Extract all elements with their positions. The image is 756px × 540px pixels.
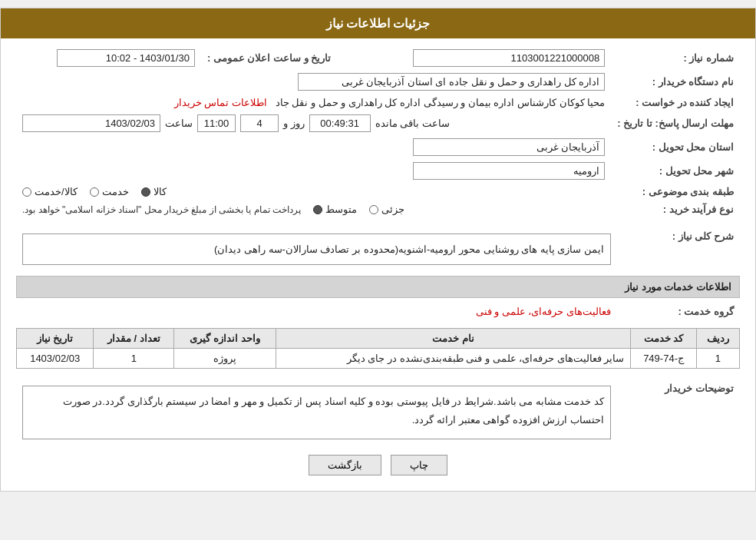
delivery-city-label: شهر محل تحویل : — [611, 159, 740, 183]
purchase-type-radio-2 — [313, 205, 322, 214]
countdown-suffix: ساعت باقی مانده — [375, 118, 450, 129]
days-label: روز و — [283, 118, 305, 129]
need-number-field: 1103001221000008 — [413, 49, 605, 67]
category-option-3[interactable]: کالا — [141, 186, 167, 197]
category-label: طبقه بندی موضوعی : — [611, 183, 740, 200]
purchase-type-value: پرداخت تمام یا بخشی از مبلغ خریدار محل "… — [16, 200, 611, 218]
deadline-date-field: 1403/02/03 — [22, 114, 160, 132]
creator-row: ایجاد کننده در خواست : محیا کوکان کارشنا… — [16, 94, 740, 111]
service-group-label: گروه خدمت : — [617, 303, 740, 320]
print-button[interactable]: چاپ — [391, 455, 447, 475]
need-number-row: شماره نیاز : 1103001221000008 تاریخ و سا… — [16, 46, 740, 70]
delivery-city-row: شهر محل تحویل : ارومیه — [16, 159, 740, 183]
buyer-notes-value: کد خدمت مشابه می باشد.شرایط در فایل پیوس… — [16, 378, 617, 442]
deadline-time-field: 11:00 — [197, 114, 236, 132]
col-need-date: تاریخ نیاز — [17, 329, 94, 349]
need-number-value: 1103001221000008 — [360, 46, 611, 70]
table-row: 1 ج-74-749 سایر فعالیت‌های حرفه‌ای، علمی… — [17, 349, 740, 369]
deadline-days-field: 4 — [240, 114, 279, 132]
delivery-city-value: ارومیه — [16, 159, 611, 183]
category-option-1-label: کالا/خدمت — [35, 186, 78, 197]
buyer-notes-table: توضیحات خریدار کد خدمت مشابه می باشد.شرا… — [16, 378, 740, 442]
creator-value: محیا کوکان کارشناس اداره بیمان و رسیدگی … — [16, 94, 611, 111]
cell-need-date: 1403/02/03 — [17, 349, 94, 369]
service-info-title: اطلاعات خدمات مورد نیاز — [16, 276, 740, 298]
category-option-1[interactable]: کالا/خدمت — [22, 186, 78, 197]
general-desc-table: شرح کلی نیاز : ایمن سازی پایه های روشنای… — [16, 226, 740, 268]
need-number-label: شماره نیاز : — [611, 46, 740, 70]
category-row: طبقه بندی موضوعی : کالا/خدمت خدمت کالا — [16, 183, 740, 200]
cell-service-name: سایر فعالیت‌های حرفه‌ای، علمی و فنی طبقه… — [276, 349, 631, 369]
creator-contact-link[interactable]: اطلاعات تماس خریدار — [174, 97, 267, 108]
services-table: ردیف کد خدمت نام خدمت واحد اندازه گیری ت… — [16, 328, 740, 369]
cell-quantity: 1 — [94, 349, 174, 369]
service-group-value: فعالیت‌های حرفه‌ای، علمی و فنی — [16, 303, 617, 320]
announce-time-value: 1403/01/30 - 10:02 — [16, 46, 201, 70]
buyer-org-row: نام دستگاه خریدار : اداره کل راهداری و ح… — [16, 70, 740, 94]
buyer-notes-row: توضیحات خریدار کد خدمت مشابه می باشد.شرا… — [16, 378, 740, 442]
delivery-province-row: استان محل تحویل : آذربایجان غربی — [16, 135, 740, 159]
general-desc-box: ایمن سازی پایه های روشنایی محور ارومیه-ا… — [22, 234, 611, 265]
cell-row-num: 1 — [696, 349, 739, 369]
deadline-row: مهلت ارسال پاسخ: تا تاریخ : 1403/02/03 س… — [16, 111, 740, 135]
service-group-row: گروه خدمت : فعالیت‌های حرفه‌ای، علمی و ف… — [16, 303, 740, 320]
purchase-type-label: نوع فرآیند خرید : — [611, 200, 740, 218]
page-wrapper: جزئیات اطلاعات نیاز شماره نیاز : 1103001… — [0, 8, 756, 492]
service-group-table: گروه خدمت : فعالیت‌های حرفه‌ای، علمی و ف… — [16, 303, 740, 320]
purchase-type-option-2-label: متوسط — [325, 204, 357, 215]
category-option-3-label: کالا — [154, 186, 167, 197]
purchase-type-option-1[interactable]: جزئی — [369, 204, 404, 215]
general-desc-value: ایمن سازی پایه های روشنایی محور ارومیه-ا… — [16, 226, 617, 268]
category-option-2-label: خدمت — [102, 186, 129, 197]
purchase-type-radio-1 — [369, 205, 378, 214]
info-table: شماره نیاز : 1103001221000008 تاریخ و سا… — [16, 46, 740, 218]
delivery-city-field: ارومیه — [413, 162, 605, 180]
general-desc-label: شرح کلی نیاز : — [617, 226, 740, 268]
content-area: شماره نیاز : 1103001221000008 تاریخ و سا… — [1, 38, 755, 491]
general-desc-row: شرح کلی نیاز : ایمن سازی پایه های روشنای… — [16, 226, 740, 268]
deadline-label: مهلت ارسال پاسخ: تا تاریخ : — [611, 111, 740, 135]
purchase-type-option-2[interactable]: متوسط — [313, 204, 357, 215]
buyer-org-value: اداره کل راهداری و حمل و نقل جاده ای است… — [16, 70, 611, 94]
table-header-row: ردیف کد خدمت نام خدمت واحد اندازه گیری ت… — [17, 329, 740, 349]
back-button[interactable]: بازگشت — [309, 455, 381, 475]
category-value: کالا/خدمت خدمت کالا — [16, 183, 611, 200]
announce-time-label: تاریخ و ساعت اعلان عمومی : — [201, 46, 337, 70]
purchase-type-option-1-label: جزئی — [381, 204, 404, 215]
delivery-province-field: آذربایجان غربی — [413, 138, 605, 156]
deadline-value: 1403/02/03 ساعت 11:00 4 روز و 00:49:31 س… — [16, 111, 611, 135]
cell-service-code: ج-74-749 — [631, 349, 696, 369]
buyer-notes-label: توضیحات خریدار — [617, 378, 740, 442]
col-row-num: ردیف — [696, 329, 739, 349]
category-radio-3 — [141, 187, 150, 197]
creator-label: ایجاد کننده در خواست : — [611, 94, 740, 111]
col-service-code: کد خدمت — [631, 329, 696, 349]
col-service-name: نام خدمت — [276, 329, 631, 349]
category-radio-2 — [90, 187, 99, 197]
category-option-2[interactable]: خدمت — [90, 186, 129, 197]
time-label: ساعت — [165, 118, 193, 129]
delivery-province-label: استان محل تحویل : — [611, 135, 740, 159]
purchase-type-note: پرداخت تمام یا بخشی از مبلغ خریدار محل "… — [22, 204, 301, 215]
creator-name: محیا کوکان کارشناس اداره بیمان و رسیدگی … — [276, 97, 606, 108]
countdown-field: 00:49:31 — [309, 114, 371, 132]
service-group-link[interactable]: فعالیت‌های حرفه‌ای، علمی و فنی — [476, 306, 611, 317]
delivery-province-value: آذربایجان غربی — [16, 135, 611, 159]
purchase-type-row: نوع فرآیند خرید : پرداخت تمام یا بخشی از… — [16, 200, 740, 218]
cell-unit: پروژه — [174, 349, 276, 369]
buyer-notes-box: کد خدمت مشابه می باشد.شرایط در فایل پیوس… — [22, 386, 611, 439]
col-quantity: تعداد / مقدار — [94, 329, 174, 349]
col-unit: واحد اندازه گیری — [174, 329, 276, 349]
category-radio-1 — [22, 187, 31, 197]
announce-date-field: 1403/01/30 - 10:02 — [57, 49, 195, 67]
buyer-org-label: نام دستگاه خریدار : — [611, 70, 740, 94]
button-row: چاپ بازگشت — [16, 455, 740, 475]
page-title: جزئیات اطلاعات نیاز — [1, 8, 755, 38]
buyer-org-field: اداره کل راهداری و حمل و نقل جاده ای است… — [298, 73, 605, 91]
